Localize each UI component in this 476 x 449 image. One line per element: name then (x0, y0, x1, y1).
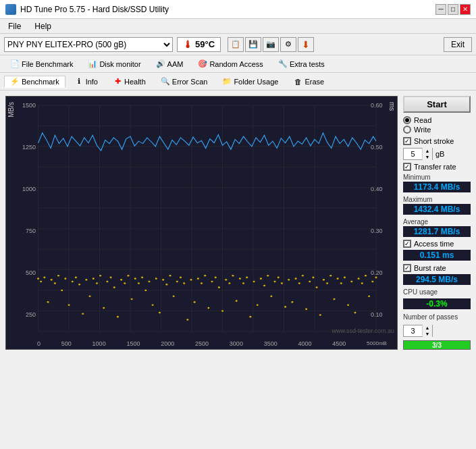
watermark: www.ssd-tester.com.au (332, 327, 394, 334)
short-stroke-checkbox[interactable] (403, 137, 411, 145)
svg-point-92 (277, 277, 280, 279)
start-button[interactable]: Start (403, 96, 471, 113)
tab-error-scan[interactable]: 🔍 Error Scan (155, 76, 214, 88)
chart-svg (6, 97, 397, 349)
spinbox-down[interactable]: ▼ (423, 154, 432, 160)
svg-point-47 (120, 279, 122, 281)
svg-point-80 (236, 300, 238, 302)
tab-random-access[interactable]: 🎯 Random Access (192, 58, 269, 70)
aam-icon: 🔊 (156, 59, 165, 69)
svg-point-87 (260, 278, 262, 280)
svg-point-38 (89, 295, 91, 297)
tab-file-benchmark-label: File Benchmark (22, 60, 73, 68)
menu-help[interactable]: Help (32, 21, 54, 32)
progress-bar: 3/3 (403, 340, 471, 350)
close-button[interactable]: ✕ (460, 4, 471, 15)
read-radio[interactable]: Read (403, 116, 471, 124)
svg-point-58 (159, 312, 161, 314)
drive-select[interactable]: PNY PNY ELITEX-PRO (500 gB) (4, 37, 173, 52)
save-icon-btn[interactable]: 💾 (245, 37, 261, 52)
svg-point-28 (54, 282, 56, 284)
tab-benchmark[interactable]: ⚡ Benchmark (4, 76, 65, 88)
transfer-rate-checkbox-row: Transfer rate (403, 163, 471, 171)
svg-point-91 (274, 281, 276, 283)
passes-spinbox-up[interactable]: ▲ (423, 325, 432, 331)
tab-random-access-label: Random Access (209, 60, 263, 68)
content-area: MB/s ms 1500 1250 1000 750 500 250 0.60 … (0, 90, 476, 355)
svg-point-33 (72, 281, 74, 283)
short-stroke-unit: gB (435, 150, 444, 158)
temperature-display: 🌡 59°C (177, 37, 221, 52)
passes-spinbox[interactable]: 3 ▲ ▼ (403, 325, 433, 337)
svg-point-76 (221, 310, 223, 312)
tab-extra-tests[interactable]: 🔧 Extra tests (272, 58, 331, 70)
tab-info[interactable]: ℹ Info (68, 76, 104, 88)
svg-point-109 (337, 278, 339, 280)
tab-folder-usage[interactable]: 📁 Folder Usage (216, 76, 284, 88)
minimum-label: Minimum (403, 174, 471, 181)
svg-point-110 (340, 282, 342, 284)
svg-point-65 (183, 282, 185, 284)
svg-point-115 (358, 278, 360, 280)
exit-button[interactable]: Exit (444, 37, 472, 52)
svg-point-55 (148, 281, 150, 283)
svg-point-30 (61, 290, 63, 292)
tab-health[interactable]: ✚ Health (107, 76, 152, 88)
access-time-label: Access time (414, 240, 454, 248)
svg-point-24 (40, 281, 42, 283)
passes-row: 3 ▲ ▼ (403, 325, 471, 337)
transfer-rate-checkbox[interactable] (403, 163, 411, 171)
passes-spinbox-down[interactable]: ▼ (423, 331, 432, 337)
svg-point-100 (305, 309, 307, 311)
tabs-row-1: 📄 File Benchmark 📊 Disk monitor 🔊 AAM 🎯 … (0, 55, 476, 73)
menu-file[interactable]: File (5, 21, 24, 32)
svg-point-37 (85, 279, 87, 281)
svg-point-35 (78, 284, 80, 286)
svg-point-86 (257, 304, 259, 306)
read-radio-circle (403, 116, 411, 124)
write-radio[interactable]: Write (403, 126, 471, 134)
print-icon-btn[interactable]: 📷 (263, 37, 279, 52)
burst-rate-checkbox[interactable] (403, 264, 411, 272)
short-stroke-spinbox-value: 5 (404, 149, 423, 159)
menu-bar: File Help (0, 19, 476, 34)
svg-point-62 (173, 295, 175, 297)
svg-point-64 (180, 277, 182, 279)
minimum-value: 1173.4 MB/s (403, 182, 471, 192)
average-block: Average 1281.7 MB/s (403, 218, 471, 237)
svg-point-23 (37, 278, 39, 280)
svg-point-105 (323, 279, 325, 281)
maximize-button[interactable]: □ (448, 4, 458, 15)
svg-point-81 (239, 278, 241, 280)
copy-icon-btn[interactable]: 📋 (228, 37, 244, 52)
minimum-block: Minimum 1173.4 MB/s (403, 174, 471, 192)
svg-point-25 (43, 277, 45, 279)
minimize-button[interactable]: ─ (435, 4, 446, 15)
folder-usage-icon: 📁 (222, 77, 232, 86)
svg-point-70 (201, 282, 203, 284)
spinbox-up[interactable]: ▲ (423, 148, 432, 154)
tab-error-scan-label: Error Scan (172, 78, 208, 86)
tab-aam[interactable]: 🔊 AAM (150, 58, 190, 70)
extra-tests-icon: 🔧 (278, 59, 288, 69)
svg-point-44 (110, 277, 112, 279)
tab-file-benchmark[interactable]: 📄 File Benchmark (4, 58, 79, 70)
svg-point-117 (365, 275, 367, 277)
short-stroke-spinbox[interactable]: 5 ▲ ▼ (403, 148, 433, 160)
tab-aam-label: AAM (167, 60, 184, 68)
settings-icon-btn[interactable]: ⚙ (280, 37, 296, 52)
svg-point-108 (333, 298, 335, 300)
short-stroke-value-row: 5 ▲ ▼ gB (403, 148, 471, 160)
access-time-checkbox[interactable] (403, 240, 411, 248)
svg-point-61 (169, 275, 171, 277)
passes-label: Number of passes (403, 313, 471, 321)
download-icon-btn[interactable]: ⬇ (298, 37, 314, 52)
svg-point-99 (302, 275, 304, 277)
tab-erase[interactable]: 🗑 Erase (287, 76, 330, 88)
right-panel: Start Read Write Short stroke 5 ▲ ▼ (400, 93, 473, 352)
svg-point-119 (371, 281, 373, 283)
tab-disk-monitor[interactable]: 📊 Disk monitor (82, 58, 147, 70)
svg-point-82 (242, 282, 244, 284)
tab-extra-tests-label: Extra tests (290, 60, 325, 68)
burst-rate-label: Burst rate (414, 264, 446, 272)
